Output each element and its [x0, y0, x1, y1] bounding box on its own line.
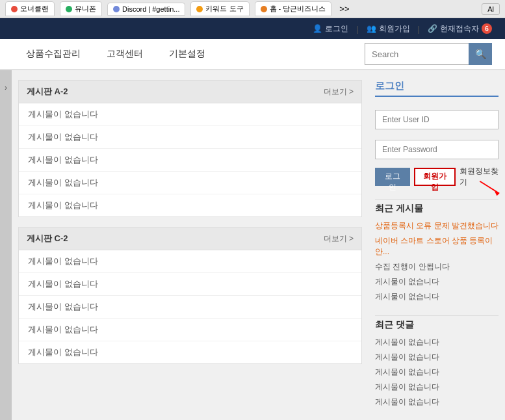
board-a2: 게시판 A-2 더보기 > 게시물이 없습니다 게시물이 없습니다 게시물이 없… [18, 80, 362, 217]
nav-bar: 상품수집관리 고객센터 기본설정 🔍 [0, 39, 505, 70]
board-c2-header: 게시판 C-2 더보기 > [19, 228, 361, 250]
nav-settings[interactable]: 기본설정 [156, 38, 218, 70]
topbar-register[interactable]: 👥 회원가입 [367, 23, 410, 34]
tab-label-daangn: 홈 - 당근비즈니스 [270, 4, 326, 14]
tab-unipon[interactable]: 유니폰 [60, 1, 102, 16]
login-title: 로그인 [375, 80, 404, 91]
top-bar: 👤 로그인 | 👥 회원가입 | 🔗 현재접속자 6 [0, 18, 505, 39]
tab-more-button[interactable]: >> [337, 3, 352, 15]
recent-comments-divider [375, 315, 499, 316]
chevron-right-icon: › [5, 83, 7, 92]
nav-customer[interactable]: 고객센터 [94, 38, 156, 70]
tab-icon-daangn [261, 6, 267, 12]
nav-product[interactable]: 상품수집관리 [13, 38, 94, 70]
main-wrapper: › 게시판 A-2 더보기 > 게시물이 없습니다 게시물이 없습니다 게시물이… [0, 70, 505, 420]
recent-comment-4[interactable]: 게시물이 없습니다 [375, 380, 499, 395]
person-icon: 👤 [313, 24, 322, 33]
search-input[interactable] [365, 43, 469, 65]
recent-comments-title: 최근 댓글 [375, 319, 499, 331]
login-form: 로그인 회원가입 회원정보찾기 [375, 103, 499, 188]
search-button[interactable]: 🔍 [469, 43, 492, 65]
board-c2-item2[interactable]: 게시물이 없습니다 [19, 273, 361, 296]
board-a2-item3[interactable]: 게시물이 없습니다 [19, 149, 361, 172]
separator1: | [356, 24, 358, 34]
recent-post-2[interactable]: 네이버 스마트 스토어 상품 등록이 안... [375, 233, 499, 259]
topbar-online-label: 현재접속자 [440, 23, 479, 34]
search-icon: 🔍 [475, 49, 486, 59]
recent-comments-section: 최근 댓글 게시물이 없습니다 게시물이 없습니다 게시물이 없습니다 게시물이… [375, 312, 499, 410]
login-buttons: 로그인 회원가입 회원정보찾기 [375, 166, 499, 188]
tab-icon-ownerlan [11, 6, 18, 12]
board-c2-title: 게시판 C-2 [27, 233, 68, 244]
tab-label-ownerlan: 오너클랜 [20, 4, 49, 14]
recent-comment-3[interactable]: 게시물이 없습니다 [375, 365, 499, 380]
topbar-login[interactable]: 👤 로그인 [313, 23, 348, 34]
board-c2-item4[interactable]: 게시물이 없습니다 [19, 319, 361, 341]
sidebar-toggle[interactable]: › [0, 70, 12, 420]
board-a2-title: 게시판 A-2 [27, 86, 68, 98]
board-c2-more[interactable]: 더보기 > [324, 233, 354, 244]
tab-icon-discord [113, 6, 120, 12]
tab-discord[interactable]: Discord | #gettin... [107, 3, 185, 16]
topbar-online: 🔗 현재접속자 6 [428, 23, 492, 34]
register-icon: 👥 [367, 24, 376, 33]
board-a2-item4[interactable]: 게시물이 없습니다 [19, 172, 361, 194]
recent-comment-2[interactable]: 게시물이 없습니다 [375, 350, 499, 365]
userid-input[interactable] [375, 110, 499, 129]
tab-label-keyword: 키워드 도구 [205, 4, 243, 14]
board-a2-more[interactable]: 더보기 > [324, 86, 354, 98]
separator2: | [418, 24, 420, 34]
search-area: 🔍 [365, 43, 492, 65]
tab-keyword[interactable]: 키워드 도구 [190, 1, 249, 16]
password-input[interactable] [375, 140, 499, 159]
board-a2-item1[interactable]: 게시물이 없습니다 [19, 103, 361, 126]
login-button[interactable]: 로그인 [375, 168, 410, 186]
right-sidebar: 로그인 로그인 회원가입 회원정보찾기 최근 게시 [369, 70, 505, 420]
topbar-register-label: 회원가입 [379, 23, 410, 34]
board-a2-header: 게시판 A-2 더보기 > [19, 81, 361, 103]
recent-post-3[interactable]: 수집 진행이 안됩니다 [375, 259, 499, 274]
register-button[interactable]: 회원가입 [414, 168, 456, 186]
board-c2-item3[interactable]: 게시물이 없습니다 [19, 296, 361, 319]
login-title-bar: 로그인 [375, 80, 499, 97]
board-c2-item5[interactable]: 게시물이 없습니다 [19, 341, 361, 363]
online-icon: 🔗 [428, 24, 437, 33]
center-content: 게시판 A-2 더보기 > 게시물이 없습니다 게시물이 없습니다 게시물이 없… [12, 70, 369, 420]
tab-daangn[interactable]: 홈 - 당근비즈니스 [255, 1, 332, 16]
recent-post-1[interactable]: 상품등록시 오류 문제 발견했습니다 [375, 218, 499, 233]
tab-icon-unipon [66, 6, 72, 12]
tab-label-discord: Discord | #gettin... [122, 5, 179, 13]
topbar-login-label: 로그인 [325, 23, 348, 34]
tab-icon-keyword [196, 6, 203, 12]
recent-posts-section: 최근 게시물 상품등록시 오류 문제 발견했습니다 네이버 스마트 스토어 상품… [375, 196, 499, 304]
recent-post-4[interactable]: 게시물이 없습니다 [375, 274, 499, 289]
browser-tab-bar: 오너클랜 유니폰 Discord | #gettin... 키워드 도구 홈 -… [0, 0, 505, 18]
recent-comment-5[interactable]: 게시물이 없습니다 [375, 395, 499, 410]
online-badge: 6 [482, 23, 492, 34]
recent-posts-divider [375, 199, 499, 200]
board-c2: 게시판 C-2 더보기 > 게시물이 없습니다 게시물이 없습니다 게시물이 없… [18, 227, 362, 364]
red-arrow-annotation [476, 179, 505, 198]
tab-ownerlan[interactable]: 오너클랜 [5, 1, 55, 16]
board-a2-item2[interactable]: 게시물이 없습니다 [19, 126, 361, 149]
tab-al: Al [482, 3, 500, 15]
recent-comment-1[interactable]: 게시물이 없습니다 [375, 335, 499, 350]
recent-posts-title: 최근 게시물 [375, 203, 499, 215]
tab-label-unipon: 유니폰 [75, 4, 96, 14]
board-c2-item1[interactable]: 게시물이 없습니다 [19, 250, 361, 273]
svg-line-0 [480, 181, 499, 194]
recent-post-5[interactable]: 게시물이 없습니다 [375, 289, 499, 304]
board-a2-item5[interactable]: 게시물이 없습니다 [19, 194, 361, 217]
login-section: 로그인 로그인 회원가입 회원정보찾기 [375, 80, 499, 188]
